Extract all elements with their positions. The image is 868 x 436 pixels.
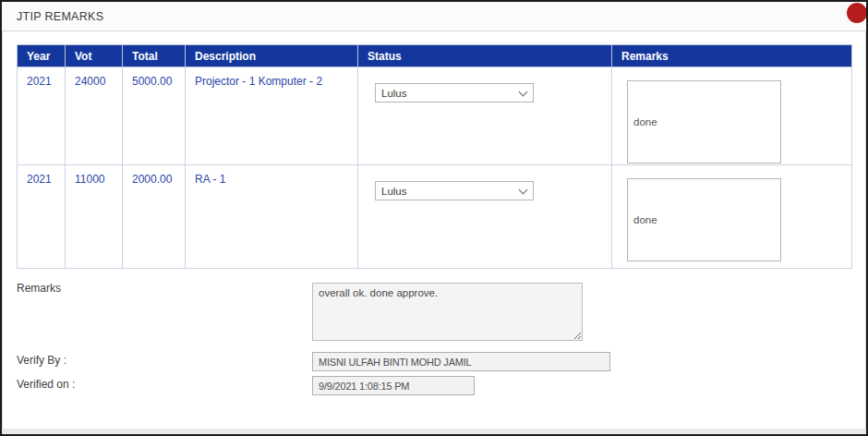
col-header-description: Description	[186, 45, 358, 67]
cell-total: 5000.00	[123, 67, 186, 165]
status-select-wrap: Lulus	[375, 181, 534, 200]
table-row: 2021 11000 2000.00 RA - 1 Lulus done	[18, 165, 852, 269]
cell-description: RA - 1	[186, 165, 358, 269]
verified-on-field[interactable]	[312, 376, 475, 395]
overall-remarks-textarea[interactable]: overall ok. done approve.	[312, 283, 583, 341]
cell-vot: 11000	[66, 165, 123, 269]
col-header-total: Total	[123, 45, 186, 67]
bottom-divider	[2, 429, 866, 434]
cell-remarks: done	[612, 67, 852, 165]
red-ring-icon	[847, 3, 867, 23]
cell-status: Lulus	[358, 67, 612, 165]
status-select[interactable]: Lulus	[375, 181, 534, 200]
cell-year: 2021	[18, 165, 66, 269]
status-select[interactable]: Lulus	[375, 83, 534, 103]
remarks-label: Remarks	[17, 282, 61, 295]
cell-vot: 24000	[66, 67, 123, 165]
cell-total: 2000.00	[123, 165, 186, 269]
cell-remarks: done	[612, 165, 852, 269]
verified-on-label: Verified on :	[17, 378, 75, 391]
col-header-year: Year	[18, 45, 66, 67]
panel-header: JTIP REMARKS	[2, 2, 866, 31]
jtip-remarks-panel: JTIP REMARKS Year Vot Total Description …	[0, 0, 868, 436]
row-remarks-text: done	[633, 116, 657, 127]
col-header-vot: Vot	[66, 45, 123, 67]
row-remarks-text: done	[633, 214, 657, 225]
col-header-status: Status	[358, 45, 612, 67]
status-select-wrap: Lulus	[375, 83, 534, 103]
col-header-remarks: Remarks	[612, 45, 852, 67]
table-header-row: Year Vot Total Description Status Remark…	[18, 45, 852, 67]
cell-description: Projector - 1 Komputer - 2	[186, 67, 358, 165]
verify-by-label: Verify By :	[17, 354, 66, 367]
table-row: 2021 24000 5000.00 Projector - 1 Kompute…	[18, 67, 852, 165]
row-remarks-box[interactable]: done	[627, 178, 781, 261]
remarks-table: Year Vot Total Description Status Remark…	[17, 44, 852, 269]
cell-status: Lulus	[358, 165, 612, 269]
row-remarks-box[interactable]: done	[627, 80, 781, 164]
cell-year: 2021	[18, 67, 66, 165]
verify-by-field[interactable]	[312, 352, 610, 371]
page-title: JTIP REMARKS	[17, 10, 103, 23]
